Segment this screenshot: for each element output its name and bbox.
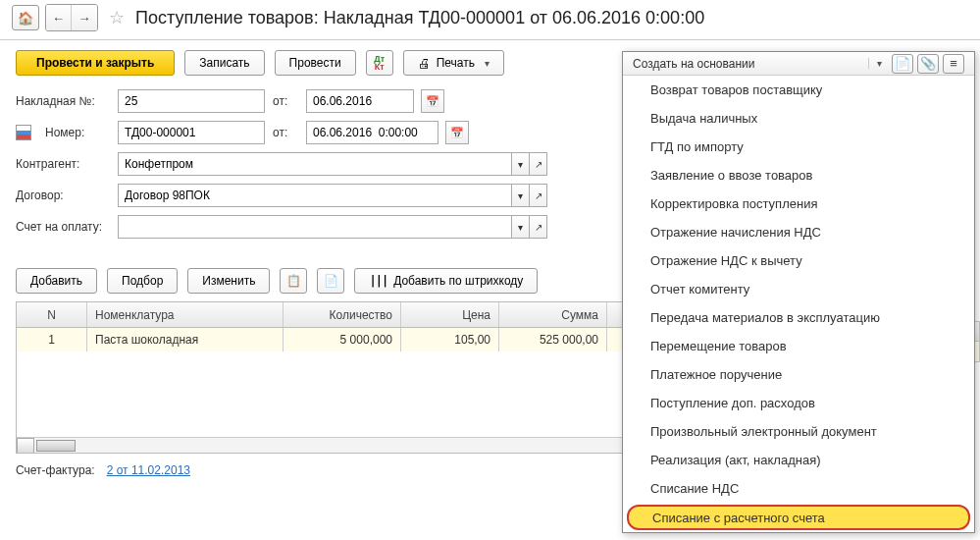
counterparty-field[interactable] — [118, 152, 512, 176]
dropdown-item[interactable]: Произвольный электронный документ — [623, 417, 974, 446]
counterparty-label: Контрагент: — [16, 157, 110, 171]
invoice-no-label: Накладная №: — [16, 94, 110, 108]
col-header-sum[interactable]: Сумма — [499, 302, 607, 327]
dropdown-item[interactable]: Отражение НДС к вычету — [623, 246, 974, 275]
col-header-item[interactable]: Номенклатура — [87, 302, 284, 327]
dropdown-item[interactable]: Поступление доп. расходов — [623, 389, 974, 417]
dropdown-item[interactable]: Корректировка поступления — [623, 189, 974, 218]
scroll-thumb[interactable] — [36, 440, 76, 452]
edit-button[interactable]: Изменить — [187, 268, 270, 294]
create-based-header[interactable]: Создать на основании ▾ 📄 📎 ≡ — [623, 52, 974, 76]
contract-field[interactable] — [118, 184, 512, 207]
number-field[interactable] — [118, 121, 265, 144]
add-barcode-button[interactable]: ||| Добавить по штрихкоду — [354, 268, 538, 294]
favorite-button[interactable]: ☆ — [104, 5, 129, 30]
attach-icon[interactable]: 📎 — [917, 54, 939, 74]
dropdown-item[interactable]: ГТД по импорту — [623, 133, 974, 161]
dropdown-item[interactable]: Выдача наличных — [623, 104, 974, 133]
dropdown-item[interactable]: Возврат товаров поставщику — [623, 76, 974, 104]
chevron-down-icon: ▾ — [868, 58, 884, 69]
col-header-price[interactable]: Цена — [401, 302, 499, 327]
home-button[interactable]: 🏠 — [12, 5, 39, 30]
doc-icon[interactable]: 📄 — [892, 54, 913, 74]
open-icon[interactable]: ↗ — [530, 152, 547, 176]
dtkt-button[interactable]: ДтКт — [366, 50, 393, 76]
calendar-button-2[interactable]: 📅 — [445, 121, 469, 144]
record-button[interactable]: Записать — [184, 50, 264, 76]
cell-qty: 5 000,000 — [284, 328, 401, 351]
number-date-field[interactable] — [306, 121, 438, 144]
add-barcode-label: Добавить по штрихкоду — [393, 274, 523, 288]
dropdown-icon[interactable]: ▾ — [512, 152, 530, 176]
payment-account-field[interactable] — [118, 215, 512, 239]
number-label: Номер: — [45, 126, 110, 139]
post-button[interactable]: Провести — [275, 50, 356, 76]
forward-button[interactable]: → — [72, 5, 97, 30]
post-and-close-button[interactable]: Провести и закрыть — [16, 50, 175, 76]
dropdown-item[interactable]: Заявление о ввозе товаров — [623, 161, 974, 189]
open-icon[interactable]: ↗ — [530, 184, 547, 207]
invoice-no-field[interactable] — [118, 89, 265, 113]
page-title: Поступление товаров: Накладная ТД00-0000… — [135, 8, 704, 28]
dropdown-item[interactable]: Перемещение товаров — [623, 332, 974, 360]
contract-label: Договор: — [16, 189, 110, 202]
cell-n: 1 — [17, 328, 87, 351]
col-header-n[interactable]: N — [17, 302, 87, 327]
dropdown-item[interactable]: Списание с расчетного счета — [627, 505, 970, 530]
create-based-label: Создать на основании — [633, 57, 755, 71]
col-header-qty[interactable]: Количество — [284, 302, 401, 327]
barcode-icon: ||| — [369, 274, 387, 288]
counterparty-combo[interactable]: ▾ ↗ — [118, 152, 547, 176]
cell-price: 105,00 — [401, 328, 499, 351]
print-label: Печать — [437, 56, 475, 70]
dropdown-item[interactable]: Платежное поручение — [623, 360, 974, 389]
dropdown-icon[interactable]: ▾ — [512, 184, 530, 207]
dropdown-item[interactable]: Отражение начисления НДС — [623, 218, 974, 246]
invoice-footer-link[interactable]: 2 от 11.02.2013 — [107, 463, 190, 477]
back-button[interactable]: ← — [46, 5, 72, 30]
flag-icon — [16, 125, 31, 140]
create-based-dropdown: Создать на основании ▾ 📄 📎 ≡ Возврат тов… — [622, 51, 975, 533]
cell-sum: 525 000,00 — [499, 328, 607, 351]
calendar-button-1[interactable]: 📅 — [421, 89, 444, 113]
from-label-1: от: — [273, 94, 298, 108]
payment-account-combo[interactable]: ▾ ↗ — [118, 215, 547, 239]
dtkt-icon: ДтКт — [374, 55, 385, 71]
dropdown-item[interactable]: Реализация (акт, накладная) — [623, 446, 974, 474]
invoice-footer-label: Счет-фактура: — [16, 463, 95, 477]
copy-button[interactable]: 📋 — [280, 268, 307, 294]
printer-icon: 🖨 — [418, 56, 431, 71]
from-label-2: от: — [273, 126, 298, 139]
dropdown-item[interactable]: Отчет комитенту — [623, 275, 974, 303]
payment-account-label: Счет на оплату: — [16, 220, 110, 234]
select-button[interactable]: Подбор — [107, 268, 178, 294]
contract-combo[interactable]: ▾ ↗ — [118, 184, 547, 207]
cell-item: Паста шоколадная — [87, 328, 284, 351]
print-button[interactable]: 🖨 Печать — [403, 50, 504, 76]
open-icon[interactable]: ↗ — [530, 215, 547, 239]
add-button[interactable]: Добавить — [16, 268, 97, 294]
invoice-date-field[interactable] — [306, 89, 414, 113]
dropdown-icon[interactable]: ▾ — [512, 215, 530, 239]
dropdown-item[interactable]: Передача материалов в эксплуатацию — [623, 303, 974, 332]
nav-group: ← → — [45, 4, 98, 31]
dropdown-item[interactable]: Списание НДС — [623, 474, 974, 503]
list-icon[interactable]: ≡ — [943, 54, 964, 74]
paste-button[interactable]: 📄 — [317, 268, 344, 294]
